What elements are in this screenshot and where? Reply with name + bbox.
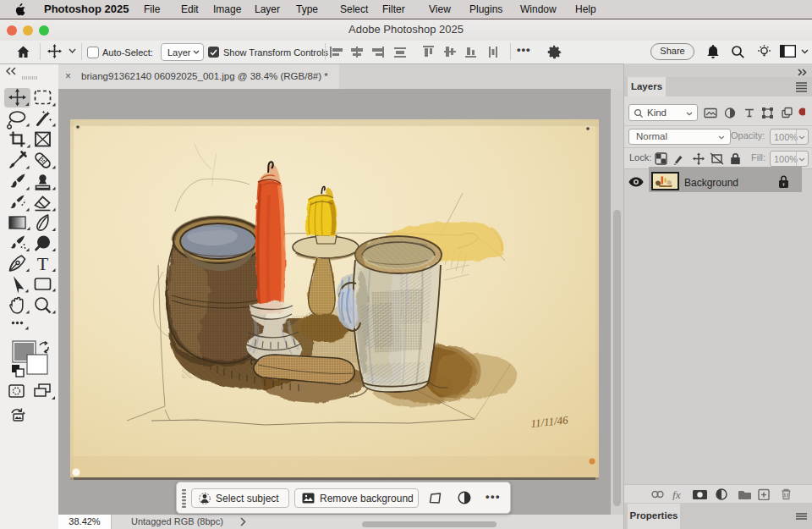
svg-text:fx: fx	[672, 488, 681, 500]
svg-text:T: T	[37, 253, 49, 274]
